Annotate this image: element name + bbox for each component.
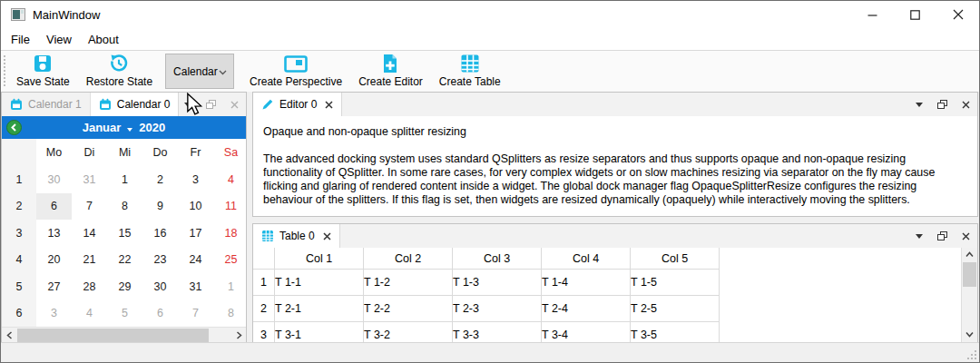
day-cell-24[interactable]: 24 bbox=[178, 247, 213, 274]
scroll-left-icon[interactable] bbox=[2, 328, 16, 343]
table-cell[interactable]: T 2-1 bbox=[275, 296, 364, 322]
size-grip-icon[interactable] bbox=[965, 348, 977, 360]
day-cell-31[interactable]: 31 bbox=[72, 166, 107, 193]
day-cell-25[interactable]: 25 bbox=[213, 247, 247, 274]
day-cell-3[interactable]: 3 bbox=[36, 300, 72, 328]
day-cell-5[interactable]: 5 bbox=[107, 300, 142, 328]
table-cell[interactable]: T 2-4 bbox=[542, 296, 631, 322]
day-cell-2[interactable]: 2 bbox=[142, 166, 178, 193]
day-cell-1[interactable]: 1 bbox=[107, 166, 142, 193]
restore-state-button[interactable]: Restore State bbox=[78, 51, 161, 92]
day-cell-23[interactable]: 23 bbox=[142, 247, 178, 274]
perspective-combo[interactable]: Calendar bbox=[165, 54, 234, 89]
day-cell-10[interactable]: 10 bbox=[178, 193, 213, 221]
panel-menu-icon[interactable] bbox=[184, 103, 191, 107]
scroll-right-icon[interactable] bbox=[231, 328, 246, 343]
calendar-month-button[interactable]: Januar bbox=[83, 121, 122, 134]
tab-editor-0[interactable]: Editor 0 bbox=[253, 93, 342, 116]
day-cell-4[interactable]: 4 bbox=[213, 166, 247, 193]
table-cell[interactable]: T 1-3 bbox=[453, 270, 542, 296]
maximize-button[interactable] bbox=[894, 1, 936, 28]
day-cell-6[interactable]: 6 bbox=[142, 300, 178, 328]
panel-menu-icon[interactable] bbox=[916, 234, 923, 239]
prev-month-button[interactable] bbox=[6, 120, 22, 135]
day-cell-8[interactable]: 8 bbox=[213, 300, 247, 328]
panel-close-icon[interactable] bbox=[962, 101, 970, 109]
menu-file[interactable]: File bbox=[3, 30, 38, 49]
day-cell-30[interactable]: 30 bbox=[142, 273, 178, 300]
day-cell-14[interactable]: 14 bbox=[72, 220, 107, 247]
tab-table-0[interactable]: Table 0 bbox=[253, 224, 340, 248]
tab-close-icon[interactable] bbox=[323, 232, 331, 240]
close-button[interactable] bbox=[936, 1, 979, 28]
day-cell-1[interactable]: 1 bbox=[213, 273, 247, 300]
panel-float-icon[interactable] bbox=[937, 100, 947, 109]
table-cell[interactable]: T 2-5 bbox=[631, 296, 720, 322]
day-cell-7[interactable]: 7 bbox=[72, 193, 107, 221]
day-cell-27[interactable]: 27 bbox=[36, 273, 72, 300]
day-cell-9[interactable]: 9 bbox=[142, 193, 178, 221]
day-cell-11[interactable]: 11 bbox=[213, 193, 247, 221]
minimize-button[interactable] bbox=[851, 1, 894, 28]
day-cell-6[interactable]: 6 bbox=[36, 193, 72, 221]
vscroll-thumb[interactable] bbox=[963, 262, 976, 287]
toolbar-drag-handle[interactable] bbox=[3, 54, 6, 88]
panel-menu-icon[interactable] bbox=[916, 103, 923, 107]
table-cell[interactable]: T 3-1 bbox=[275, 322, 364, 343]
hscroll-thumb[interactable] bbox=[17, 329, 209, 342]
day-cell-8[interactable]: 8 bbox=[107, 193, 142, 221]
tab-close-icon[interactable] bbox=[325, 101, 333, 109]
tab-calendar-0[interactable]: Calendar 0 bbox=[91, 93, 180, 116]
column-header[interactable]: Col 3 bbox=[453, 248, 542, 270]
table-cell[interactable]: T 3-3 bbox=[453, 322, 542, 343]
panel-close-icon[interactable] bbox=[962, 232, 970, 240]
row-number[interactable]: 3 bbox=[253, 322, 275, 343]
create-table-button[interactable]: Create Table bbox=[431, 51, 509, 92]
day-cell-3[interactable]: 3 bbox=[178, 166, 213, 193]
row-number[interactable]: 1 bbox=[253, 270, 275, 296]
column-header[interactable]: Col 2 bbox=[364, 248, 453, 270]
editor-content[interactable]: Opaque and non-opaque splitter resizing … bbox=[253, 116, 977, 216]
day-cell-20[interactable]: 20 bbox=[36, 247, 72, 274]
day-cell-16[interactable]: 16 bbox=[142, 220, 178, 247]
day-cell-29[interactable]: 29 bbox=[107, 273, 142, 300]
column-header[interactable]: Col 1 bbox=[275, 248, 364, 270]
day-cell-31[interactable]: 31 bbox=[178, 273, 213, 300]
day-cell-21[interactable]: 21 bbox=[72, 247, 107, 274]
table-cell[interactable]: T 1-4 bbox=[542, 270, 631, 296]
table-vscrollbar[interactable] bbox=[961, 248, 977, 342]
day-cell-17[interactable]: 17 bbox=[178, 220, 213, 247]
panel-float-icon[interactable] bbox=[206, 100, 216, 109]
day-cell-28[interactable]: 28 bbox=[72, 273, 107, 300]
column-header[interactable]: Col 5 bbox=[631, 248, 720, 270]
menu-view[interactable]: View bbox=[38, 30, 80, 49]
day-cell-7[interactable]: 7 bbox=[178, 300, 213, 328]
calendar-year-button[interactable]: 2020 bbox=[139, 121, 165, 134]
day-cell-18[interactable]: 18 bbox=[213, 220, 247, 247]
column-header[interactable]: Col 4 bbox=[542, 248, 631, 270]
create-perspective-button[interactable]: Create Perspective bbox=[241, 51, 350, 92]
hscroll-track[interactable] bbox=[16, 328, 231, 343]
table-cell[interactable]: T 2-2 bbox=[364, 296, 453, 322]
table-cell[interactable]: T 2-3 bbox=[453, 296, 542, 322]
tab-calendar-1[interactable]: Calendar 1 bbox=[2, 93, 91, 116]
create-editor-button[interactable]: Create Editor bbox=[350, 51, 431, 92]
day-cell-30[interactable]: 30 bbox=[36, 166, 72, 193]
row-number[interactable]: 2 bbox=[253, 296, 275, 322]
table-cell[interactable]: T 3-2 bbox=[364, 322, 453, 343]
table-cell[interactable]: T 1-1 bbox=[275, 270, 364, 296]
table-cell[interactable]: T 3-5 bbox=[631, 322, 720, 343]
calendar-hscrollbar[interactable] bbox=[2, 327, 246, 343]
day-cell-22[interactable]: 22 bbox=[107, 247, 142, 274]
table-cell[interactable]: T 1-2 bbox=[364, 270, 453, 296]
menu-about[interactable]: About bbox=[80, 30, 127, 49]
panel-close-icon[interactable] bbox=[230, 101, 239, 109]
day-cell-15[interactable]: 15 bbox=[107, 220, 142, 247]
day-cell-4[interactable]: 4 bbox=[72, 300, 107, 328]
panel-float-icon[interactable] bbox=[937, 231, 947, 240]
table-cell[interactable]: T 3-4 bbox=[542, 322, 631, 343]
scroll-down-icon[interactable] bbox=[962, 328, 977, 341]
day-cell-13[interactable]: 13 bbox=[36, 220, 72, 247]
save-state-button[interactable]: Save State bbox=[8, 51, 78, 92]
table-cell[interactable]: T 1-5 bbox=[631, 270, 720, 296]
